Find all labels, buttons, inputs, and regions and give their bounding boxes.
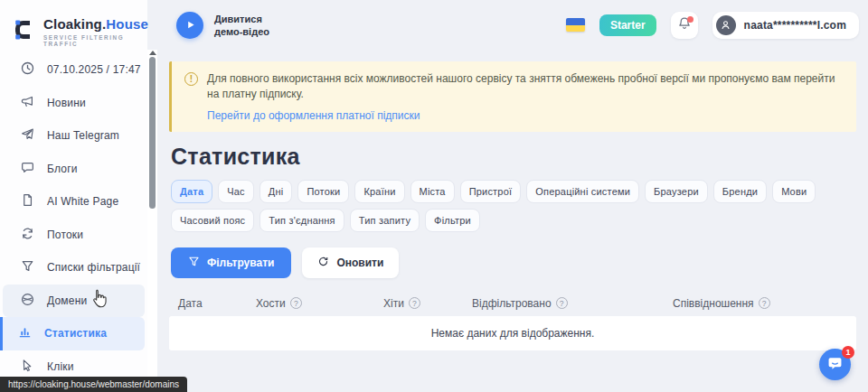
- tab-countries[interactable]: Країни: [354, 180, 404, 203]
- demo-video-button[interactable]: Дивитися демо-відео: [176, 12, 269, 39]
- brand-name-primary: Cloaking.: [43, 16, 106, 32]
- sidebar-item-label: Блоги: [47, 163, 78, 175]
- stats-tabs: Дата Час Дні Потоки Країни Міста Пристро…: [171, 180, 837, 232]
- sidebar-item-label: Наш Telegram: [47, 129, 119, 142]
- column-label: Відфільтровано: [472, 297, 552, 310]
- column-label: Хіти: [383, 297, 404, 310]
- trial-warning-banner: ! Для повного використання всіх можливос…: [169, 61, 856, 132]
- tab-browsers[interactable]: Браузери: [645, 180, 708, 203]
- tab-request-type[interactable]: Тип запиту: [350, 209, 420, 232]
- brand-name-accent: House: [106, 16, 148, 32]
- sidebar-item-domains[interactable]: Домени: [3, 285, 145, 318]
- table-empty-state: Немає даних для відображення.: [169, 316, 856, 350]
- actions-row: Фільтрувати Оновити: [171, 247, 856, 278]
- chat-widget-button[interactable]: 1: [819, 349, 851, 380]
- sidebar-menu: 07.10.2025 / 17:47 Новини Наш Telegram Б…: [0, 53, 147, 383]
- tab-cities[interactable]: Міста: [410, 180, 455, 203]
- chat-unread-badge: 1: [842, 346, 854, 359]
- user-account-chip[interactable]: naata**********l.com: [712, 12, 859, 39]
- sidebar-item-filter-lists[interactable]: Списки фільтрації: [3, 251, 145, 285]
- sidebar: Cloaking.House SERVICE FILTERING TRAFFIC…: [0, 0, 147, 392]
- language-flag-ukraine[interactable]: [566, 18, 585, 32]
- chat-bubble-icon: [21, 161, 34, 177]
- plan-starter-button[interactable]: Starter: [599, 14, 656, 36]
- bar-chart-icon: [18, 325, 32, 341]
- help-icon[interactable]: ?: [759, 297, 770, 309]
- sidebar-item-label: Кліки: [47, 360, 74, 373]
- megaphone-icon: [21, 95, 34, 111]
- tab-brands[interactable]: Бренди: [713, 180, 767, 203]
- sidebar-item-label: Новини: [47, 97, 86, 109]
- tab-connection-type[interactable]: Тип з'єднання: [259, 209, 344, 232]
- filter-button-label: Фільтрувати: [207, 257, 274, 269]
- sidebar-item-ai-white-page[interactable]: AI White Page: [3, 185, 145, 219]
- stats-table: Дата Хости ? Хіти ? Відфільтровано ? Спі…: [169, 290, 856, 350]
- brand-tagline: SERVICE FILTERING TRAFFIC: [43, 34, 148, 47]
- tab-timezone[interactable]: Часовий пояс: [171, 209, 254, 232]
- funnel-icon: [21, 259, 34, 275]
- warning-icon: !: [184, 72, 198, 86]
- tab-days[interactable]: Дні: [259, 180, 293, 203]
- flag-blue-stripe: [566, 18, 585, 25]
- sidebar-item-statistics[interactable]: Статистика: [0, 317, 145, 350]
- column-label: Хости: [256, 297, 286, 310]
- sidebar-item-label: Списки фільтрації: [47, 261, 140, 274]
- play-icon[interactable]: [176, 12, 203, 39]
- table-header: Дата Хости ? Хіти ? Відфільтровано ? Спі…: [169, 290, 856, 316]
- filter-button[interactable]: Фільтрувати: [171, 247, 291, 278]
- tab-time[interactable]: Час: [218, 180, 254, 203]
- column-header-ratio: Співвідношення ?: [664, 297, 856, 310]
- funnel-icon: [188, 256, 200, 270]
- user-email: naata**********l.com: [744, 19, 846, 32]
- main-content: ! Для повного використання всіх можливос…: [157, 50, 868, 392]
- demo-video-line1: Дивитися: [214, 13, 269, 25]
- avatar: [716, 15, 736, 35]
- flag-yellow-stripe: [566, 25, 585, 33]
- notification-dot: [687, 16, 693, 23]
- help-icon[interactable]: ?: [409, 297, 420, 309]
- tab-date[interactable]: Дата: [171, 180, 212, 203]
- chat-icon: [826, 355, 844, 375]
- subscription-link[interactable]: Перейти до оформлення платної підписки: [207, 109, 420, 122]
- sidebar-item-telegram[interactable]: Наш Telegram: [3, 119, 145, 153]
- tab-devices[interactable]: Пристрої: [460, 180, 522, 203]
- tab-operating-systems[interactable]: Операційні системи: [526, 180, 639, 203]
- sidebar-item-streams[interactable]: Потоки: [3, 219, 145, 252]
- help-icon[interactable]: ?: [556, 297, 568, 309]
- page-title: Статистика: [171, 144, 856, 170]
- tab-filters[interactable]: Фільтри: [425, 209, 480, 232]
- sidebar-item-blogs[interactable]: Блоги: [3, 153, 145, 186]
- sidebar-item-label: 07.10.2025 / 17:47: [47, 63, 141, 76]
- sidebar-item-label: Потоки: [47, 229, 83, 241]
- sync-icon: [21, 227, 34, 243]
- demo-video-label: Дивитися демо-відео: [214, 13, 269, 38]
- demo-video-line2: демо-відео: [214, 25, 269, 38]
- clock-icon: [21, 61, 34, 78]
- column-header-hits: Хіти ?: [374, 297, 463, 310]
- cursor-icon: [21, 359, 34, 375]
- logo[interactable]: Cloaking.House SERVICE FILTERING TRAFFIC: [0, 0, 147, 50]
- refresh-button[interactable]: Оновити: [302, 247, 399, 278]
- scroll-up-arrow-icon[interactable]: [149, 51, 156, 55]
- tab-languages[interactable]: Мови: [772, 180, 816, 203]
- telegram-icon: [21, 127, 34, 144]
- column-header-hosts: Хости ?: [247, 297, 374, 310]
- sidebar-item-label: Домени: [47, 294, 87, 307]
- notifications-button[interactable]: [671, 12, 698, 39]
- cloaking-house-logo-icon: [13, 18, 36, 45]
- sidebar-item-datetime: 07.10.2025 / 17:47: [3, 53, 145, 87]
- help-icon[interactable]: ?: [290, 297, 302, 309]
- sidebar-item-label: AI White Page: [47, 195, 118, 208]
- browser-link-preview: https://cloaking.house/webmaster/domains: [0, 377, 187, 392]
- tab-streams[interactable]: Потоки: [297, 180, 349, 203]
- brand-name: Cloaking.House: [43, 16, 148, 32]
- column-header-date: Дата: [169, 297, 247, 310]
- scrollbar-thumb[interactable]: [149, 57, 156, 209]
- refresh-icon: [317, 256, 329, 270]
- sidebar-scrollbar[interactable]: [147, 50, 157, 392]
- column-label: Співвідношення: [673, 297, 754, 310]
- sidebar-item-news[interactable]: Новини: [3, 87, 145, 120]
- column-header-filtered: Відфільтровано ?: [463, 297, 664, 310]
- topbar-right: Starter naata**********l.com: [566, 12, 859, 39]
- banner-text: Для повного використання всіх можливосте…: [207, 71, 842, 101]
